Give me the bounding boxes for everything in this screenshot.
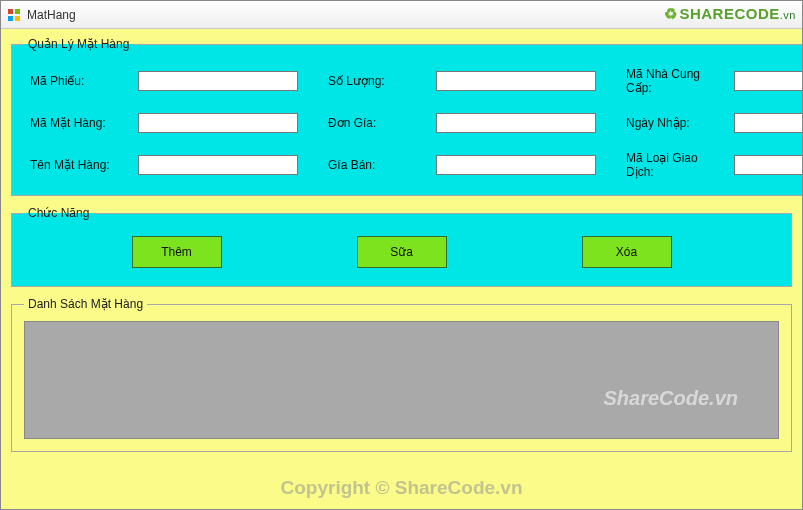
- label-ma-mat-hang: Mã Mặt Hàng:: [30, 116, 130, 130]
- field-ma-mat-hang: Mã Mặt Hàng:: [30, 113, 298, 133]
- brand-logo: ♻SHARECODE.vn: [664, 5, 796, 23]
- form-grid: Mã Phiếu: Số Lượng: Mã Nhà Cung Cấp: Mã …: [24, 61, 803, 183]
- label-ma-loai-giao-dich: Mã Loại Giao Dịch:: [626, 151, 726, 179]
- svg-rect-1: [15, 9, 20, 14]
- groupbox-info-legend: Quản Lý Mặt Hàng: [24, 37, 133, 51]
- watermark-outer: Copyright © ShareCode.vn: [1, 477, 802, 499]
- titlebar: MatHang ♻SHARECODE.vn: [1, 1, 802, 29]
- label-so-luong: Số Lượng:: [328, 74, 428, 88]
- watermark-inner: ShareCode.vn: [604, 387, 738, 410]
- field-ten-mat-hang: Tên Mặt Hàng:: [30, 151, 298, 179]
- input-ma-mat-hang[interactable]: [138, 113, 298, 133]
- input-so-luong[interactable]: [436, 71, 596, 91]
- label-ngay-nhap: Ngày Nhập:: [626, 116, 726, 130]
- svg-rect-0: [8, 9, 13, 14]
- svg-rect-3: [15, 16, 20, 21]
- input-gia-ban[interactable]: [436, 155, 596, 175]
- datagrid[interactable]: ShareCode.vn: [24, 321, 779, 439]
- delete-button[interactable]: Xóa: [582, 236, 672, 268]
- input-ngay-nhap[interactable]: [734, 113, 803, 133]
- input-don-gia[interactable]: [436, 113, 596, 133]
- client-area: Quản Lý Mặt Hàng Mã Phiếu: Số Lượng: Mã …: [1, 29, 802, 509]
- groupbox-actions: Chức Năng Thêm Sữa Xóa: [11, 206, 792, 287]
- field-don-gia: Đơn Gía:: [328, 113, 596, 133]
- label-ma-phieu: Mã Phiếu:: [30, 74, 130, 88]
- add-button[interactable]: Thêm: [132, 236, 222, 268]
- field-gia-ban: Gía Bán:: [328, 151, 596, 179]
- field-ma-loai-giao-dich: Mã Loại Giao Dịch:: [626, 151, 803, 179]
- label-gia-ban: Gía Bán:: [328, 158, 428, 172]
- recycle-icon: ♻: [664, 5, 678, 22]
- svg-rect-2: [8, 16, 13, 21]
- field-ma-phieu: Mã Phiếu:: [30, 67, 298, 95]
- groupbox-list-legend: Danh Sách Mặt Hàng: [24, 297, 147, 311]
- label-ten-mat-hang: Tên Mặt Hàng:: [30, 158, 130, 172]
- input-ma-nha-cung-cap[interactable]: [734, 71, 803, 91]
- field-so-luong: Số Lượng:: [328, 67, 596, 95]
- field-ngay-nhap: Ngày Nhập:: [626, 113, 803, 133]
- label-don-gia: Đơn Gía:: [328, 116, 428, 130]
- app-icon: [7, 8, 21, 22]
- label-ma-nha-cung-cap: Mã Nhà Cung Cấp:: [626, 67, 726, 95]
- field-ma-nha-cung-cap: Mã Nhà Cung Cấp:: [626, 67, 803, 95]
- groupbox-list: Danh Sách Mặt Hàng ShareCode.vn: [11, 297, 792, 452]
- actions-row: Thêm Sữa Xóa: [24, 230, 779, 274]
- edit-button[interactable]: Sữa: [357, 236, 447, 268]
- groupbox-info: Quản Lý Mặt Hàng Mã Phiếu: Số Lượng: Mã …: [11, 37, 803, 196]
- input-ma-loai-giao-dich[interactable]: [734, 155, 803, 175]
- input-ma-phieu[interactable]: [138, 71, 298, 91]
- window-title: MatHang: [27, 8, 76, 22]
- input-ten-mat-hang[interactable]: [138, 155, 298, 175]
- groupbox-actions-legend: Chức Năng: [24, 206, 93, 220]
